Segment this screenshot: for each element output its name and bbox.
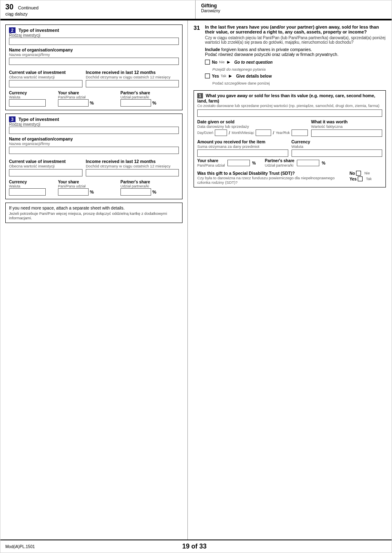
sec2-currency-input[interactable] <box>9 99 46 107</box>
sec2-your-share-pl: Pani/Pana udział <box>58 95 116 99</box>
q31-text-pl: Czy w ciągu ostatnich pięciu lat Pani/Pa… <box>205 36 386 45</box>
sub1-partner-share-en: Partner's share <box>265 158 294 163</box>
sub1-worth-input[interactable] <box>311 129 382 137</box>
sub1-year-input[interactable] <box>292 129 308 136</box>
sub1-main-input[interactable] <box>197 109 382 117</box>
sub1-currency-col: Currency Waluta <box>292 139 382 157</box>
sec2-income-pl: Dochód otrzymany w ciągu ostatnich 12 mi… <box>86 75 179 79</box>
sec3-cv-pl: Obecna wartość inwestycji <box>9 164 82 168</box>
sub1-amount-col: Amount you received for the item Suma ot… <box>197 139 288 157</box>
sub1-date-inputs: Day/Dzień / Month/Miesiąc / Year/Rok <box>197 129 308 136</box>
section-2-title-pl: Rodzaj inwestycji <box>9 33 179 38</box>
sdt-no-checkbox[interactable] <box>356 171 361 176</box>
section-3-cv-input[interactable] <box>9 169 82 176</box>
sub1-percent2: % <box>322 161 325 165</box>
sec2-your-share-col: Your share Pani/Pana udział % <box>54 91 116 107</box>
sec3-percent1: % <box>90 190 94 194</box>
section-2-org-input[interactable] <box>9 58 179 65</box>
checkbox-yes[interactable] <box>205 74 210 78</box>
section-3-income-input[interactable] <box>86 169 179 176</box>
sub1-your-share-en: Your share <box>197 158 218 163</box>
sec2-partner-share-input[interactable] <box>120 99 151 107</box>
note-text-pl: Jeżeli potrzebuje Pani/Pan więcej miejsc… <box>9 211 179 220</box>
arrow-icon-no: ► <box>226 59 231 65</box>
sub1-share-row: Your share Pani/Pana udział % Partner's … <box>197 158 382 167</box>
sub1-your-share-block: Your share Pani/Pana udział <box>197 158 225 167</box>
section-2-income-input[interactable] <box>86 80 179 87</box>
q31-number: 31 <box>194 25 202 87</box>
top-bar: 30 Continued ciąg dalszy Gifting Darowiz… <box>0 0 392 20</box>
no-goto-pl: Przejdź do następnego pytania <box>212 67 386 71</box>
page-container: 30 Continued ciąg dalszy Gifting Darowiz… <box>0 0 392 553</box>
sec2-your-share-input[interactable] <box>58 99 89 107</box>
sdt-yes-en: Yes <box>350 177 356 181</box>
footer-mod-label: Mod(iA)PL.1501 <box>5 544 35 549</box>
section-3-type-input[interactable] <box>9 127 179 134</box>
question-31: 31 In the last five years have you (and/… <box>194 25 386 87</box>
sub1-date-worth-row: Date given or sold Data darowizny lub sp… <box>197 119 382 137</box>
top-left-header: 30 Continued ciąg dalszy <box>0 0 195 19</box>
page-footer: Mod(iA)PL.1501 19 of 33 <box>0 540 392 553</box>
sub1-partner-share-pl: Udział partnera/ki <box>265 163 294 167</box>
sub1-header: 1 What you gave away or sold for less th… <box>197 93 382 103</box>
checkbox-no[interactable] <box>205 60 210 65</box>
section-3-title-pl: Rodzaj inwestycji <box>9 122 179 127</box>
sub1-worth-col: What it was worth Wartość faktyczna <box>311 119 382 137</box>
section-3-org-input[interactable] <box>9 147 179 154</box>
sub1-slash1: / <box>229 130 230 135</box>
sub1-currency-input[interactable] <box>292 149 382 157</box>
sub1-title-en: What you gave away or sold for less than… <box>197 93 375 103</box>
section-3-number: 3 <box>9 116 16 122</box>
sub1-your-share-input[interactable] <box>227 160 250 166</box>
left-panel: 2 Type of investment Rodzaj inwestycji N… <box>0 20 188 540</box>
sec3-partner-share-percent: % <box>120 188 179 196</box>
sec2-currency-en: Currency <box>9 91 54 95</box>
section-3-current-value: Current value of investment Obecna warto… <box>9 156 82 169</box>
section-2-income: Income received in last 12 months Dochód… <box>82 67 179 80</box>
sub1-amount-label-pl: Suma otrzymana za dany przedmiot <box>197 144 288 149</box>
section-2-income-header: Current value of investment Obecna warto… <box>9 67 179 80</box>
section-2-type-input[interactable] <box>9 38 179 45</box>
sec2-percent2: % <box>152 100 156 105</box>
include-pl: Podać również darowane pożyczki oraz udz… <box>205 52 339 57</box>
sub1-amount-input[interactable] <box>197 149 288 157</box>
section-3-header: 3 Type of investment <box>9 116 179 122</box>
option-yes-row: Yes Tak ► Give details below <box>205 73 386 79</box>
sub1-amount-label-en: Amount you received for the item <box>197 139 288 144</box>
sec3-your-share-input[interactable] <box>58 188 89 196</box>
sec3-currency-input[interactable] <box>9 188 46 196</box>
section-2-current-value: Current value of investment Obecna warto… <box>9 67 82 80</box>
no-label-pl: Nie <box>219 60 225 64</box>
sub1-date-col: Date given or sold Data darowizny lub sp… <box>197 119 308 137</box>
section-2-cv-input[interactable] <box>9 80 82 87</box>
sec3-your-share-col: Your share Pani/Pana udział % <box>54 180 116 196</box>
sub1-day-input[interactable] <box>215 129 227 136</box>
q31-content: In the last five years have you (and/or … <box>205 25 386 87</box>
sub1-title-pl: Co zostało darowane lub sprzedane poniże… <box>197 103 382 108</box>
sub1-sdt-row: Was this gift to a Special Disability Tr… <box>197 171 382 185</box>
sec3-your-share-en: Your share <box>58 180 116 184</box>
sub1-sdt-q-pl: Czy była to darowizna na rzecz funduszu … <box>197 176 346 185</box>
section-3-income-header: Current value of investment Obecna warto… <box>9 156 179 169</box>
gifting-title-pl: Darowizny <box>201 9 386 13</box>
sub1-month-input[interactable] <box>256 129 271 136</box>
sub1-date-label-pl: Data darowizny lub sprzedaży <box>197 124 308 129</box>
yes-goto-pl: Podać szczegółowe dane poniżej <box>212 80 386 85</box>
yes-goto-pl-text: Podać szczegółowe dane poniżej <box>212 81 270 85</box>
section-2-org-label-en: Name of organisation/company <box>9 47 179 52</box>
sec2-cv-pl: Obecna wartość inwestycji <box>9 75 82 79</box>
sdt-no-item: No Nie <box>350 171 382 176</box>
sub1-your-share-pl: Pani/Pana udział <box>197 163 225 167</box>
sec3-partner-share-input[interactable] <box>120 188 151 196</box>
yes-label-pl: Tak <box>220 74 226 78</box>
sub1-year-label: Year/Rok <box>276 131 290 135</box>
section-2-org-label-pl: Nazwa organizacji/firmy <box>9 52 179 57</box>
sub1-partner-share-input[interactable] <box>297 160 319 166</box>
sub1-slash2: / <box>273 130 274 135</box>
sub1-partner-share-block: Partner's share Udział partnera/ki <box>265 158 294 167</box>
gifting-title-en: Gifting <box>201 3 386 9</box>
sdt-yes-checkbox[interactable] <box>358 176 363 181</box>
sec2-percent1: % <box>90 100 94 105</box>
sec3-income-pl: Dochód otrzymany w ciągu ostatnich 12 mi… <box>86 164 179 168</box>
sub1-number: 1 <box>197 93 203 98</box>
